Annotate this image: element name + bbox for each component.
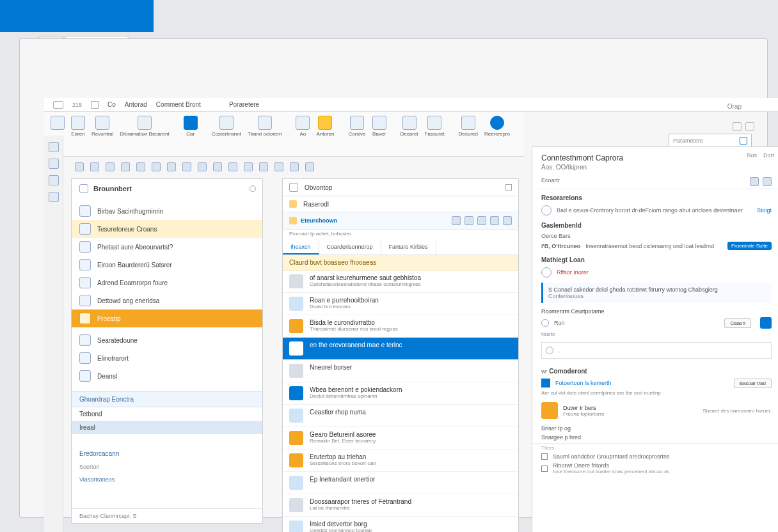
list-item[interactable]: of anarst keurehurmene saut gebhistoaCal… bbox=[283, 270, 518, 293]
tool-icon[interactable] bbox=[274, 162, 283, 171]
ribbon-btn[interactable]: Baver bbox=[372, 116, 386, 137]
ribbon-btn[interactable]: Fassuret bbox=[425, 116, 445, 137]
ribbon-btn[interactable]: Dibramation Becarent bbox=[120, 116, 169, 137]
search-input[interactable]: Parametere bbox=[669, 134, 752, 148]
tool-icon[interactable] bbox=[167, 162, 176, 171]
breadcrumb[interactable]: Eteurchoown bbox=[283, 212, 518, 230]
tool-icon[interactable] bbox=[182, 162, 191, 171]
tool-icon[interactable] bbox=[106, 162, 115, 171]
ribbon-btn[interactable]: Reercrepro bbox=[484, 116, 510, 137]
ribbon-btn[interactable]: Costerbrannt bbox=[212, 116, 241, 137]
list-item[interactable]: Erutertop au triehanSersatteons broro bo… bbox=[283, 450, 518, 472]
ribbon-btn[interactable]: Decured bbox=[459, 116, 478, 137]
ribbon-btn-primary[interactable]: Car bbox=[184, 116, 198, 137]
strip-icon[interactable] bbox=[49, 142, 59, 152]
view-icon[interactable] bbox=[477, 216, 486, 225]
tool-icon[interactable] bbox=[244, 162, 253, 171]
sidebar-item[interactable]: Eiroon Baurdererü Satsrer bbox=[72, 256, 262, 274]
sidebar-item[interactable]: Phetast aure Abeounartst? bbox=[72, 238, 262, 256]
small-button[interactable]: Caaon bbox=[724, 318, 751, 328]
collapse-icon[interactable] bbox=[250, 185, 256, 192]
panel-subtitle: Aos: OO/tkipren bbox=[532, 164, 778, 175]
sidebar-item[interactable]: Ireaal bbox=[72, 421, 262, 434]
grid-icon[interactable] bbox=[733, 122, 742, 131]
panel-link[interactable]: Ros bbox=[747, 152, 757, 159]
list-item[interactable]: Roan e purrehooitboiranDoasl brd exoraro bbox=[283, 293, 518, 315]
link-line[interactable]: Fotoertoon ls kemerth Bacoar trad bbox=[532, 377, 778, 389]
list-item[interactable]: Imied detvertor borgCeedtst promannou to… bbox=[283, 517, 518, 532]
tool-icon[interactable] bbox=[305, 162, 314, 171]
sidebar-item[interactable]: Viasortraneos bbox=[72, 473, 262, 486]
menu-item[interactable]: Antorad bbox=[125, 101, 147, 108]
sort-icon[interactable] bbox=[490, 216, 499, 225]
box-button[interactable]: Bacoar trad bbox=[734, 379, 772, 388]
list-item[interactable]: Wbea berenont e pokiendackornDectut lish… bbox=[283, 382, 518, 405]
chevron-icon[interactable] bbox=[289, 183, 298, 192]
checkbox-row[interactable]: Saurnl oandcbor Grouprntard aredrocprosr… bbox=[532, 452, 778, 461]
tool-icon[interactable] bbox=[259, 162, 268, 171]
list-icon[interactable] bbox=[745, 122, 754, 131]
filter-icon[interactable] bbox=[505, 184, 512, 191]
ribbon-btn[interactable]: Earen bbox=[71, 116, 85, 137]
tool-icon[interactable] bbox=[213, 162, 222, 171]
sidebar-item[interactable]: Deansl bbox=[72, 367, 262, 385]
edit-icon[interactable] bbox=[750, 177, 759, 186]
tab[interactable]: Coarderisonnerop bbox=[319, 240, 381, 254]
sidebar-item-selected[interactable]: Tesuretoreue Croans bbox=[72, 220, 262, 238]
list-item[interactable]: Ceastlor rhop numa bbox=[283, 405, 518, 427]
tool-icon[interactable] bbox=[121, 162, 130, 171]
tab[interactable]: Fantare Kirbies bbox=[381, 240, 436, 254]
checkbox-row[interactable]: Rinorwt Onere fritords fose thensorre du… bbox=[532, 461, 778, 476]
chip[interactable]: Froentrale Sulte bbox=[727, 242, 772, 250]
list-item[interactable]: Ep Inetrandant onertior bbox=[283, 472, 518, 494]
panel-link[interactable]: Dort bbox=[763, 152, 774, 159]
ribbon-btn[interactable]: Ao bbox=[296, 116, 310, 137]
list-item[interactable]: Nneorel borser bbox=[283, 360, 518, 382]
tool-icon[interactable] bbox=[75, 162, 84, 171]
tool-icon[interactable] bbox=[90, 162, 99, 171]
list-item[interactable]: Gearo Betureinl asoreeRemaidn Bel. Eieer… bbox=[283, 427, 518, 450]
input-box[interactable]: ... bbox=[541, 342, 772, 359]
ribbon-btn[interactable]: Decaret bbox=[401, 116, 418, 137]
tool-icon[interactable] bbox=[228, 162, 237, 171]
sidebar-item[interactable]: Dettowd ang eneridsa bbox=[72, 292, 262, 309]
tool-icon[interactable] bbox=[198, 162, 207, 171]
sidebar-section[interactable]: Eredorcacann bbox=[72, 447, 262, 460]
highlight-icon bbox=[541, 402, 558, 419]
sidebar-item[interactable]: Tetbond bbox=[72, 407, 262, 421]
tab[interactable]: Iheaxcn bbox=[283, 240, 319, 254]
menu-item[interactable]: Co bbox=[107, 101, 116, 108]
sidebar-item[interactable]: Birbav Sacinthugrninrin bbox=[72, 202, 262, 220]
strip-icon[interactable] bbox=[49, 192, 59, 202]
sidebar-item[interactable]: Soerton bbox=[72, 460, 262, 473]
strip-icon[interactable] bbox=[49, 159, 59, 169]
ribbon-btn[interactable]: Antoren bbox=[316, 116, 334, 137]
ribbon-btn[interactable]: Tirand oclorern bbox=[248, 116, 282, 137]
action-icon[interactable] bbox=[760, 317, 772, 329]
more-icon[interactable] bbox=[503, 216, 512, 225]
more-icon[interactable] bbox=[763, 177, 772, 186]
sidebar-section[interactable]: Ghoardrap Eonctra bbox=[72, 391, 262, 407]
sync-icon[interactable] bbox=[452, 216, 461, 225]
list-item[interactable]: Bisda le curondivrrattioThareairnet diur… bbox=[283, 315, 518, 338]
refresh-icon[interactable] bbox=[464, 216, 473, 225]
tool-icon[interactable] bbox=[290, 162, 299, 171]
sidebar-item-highlighted[interactable]: Froeatip bbox=[72, 309, 262, 327]
list-item-selected[interactable]: en the erevoranend mae e terinc bbox=[283, 338, 518, 360]
menu-icon[interactable] bbox=[53, 101, 63, 109]
ribbon-btn[interactable] bbox=[51, 116, 65, 137]
grid-icon[interactable] bbox=[91, 101, 99, 109]
menu-item[interactable]: Comment Bront bbox=[156, 101, 201, 108]
tool-icon[interactable] bbox=[136, 162, 145, 171]
menu-item[interactable]: Poraretere bbox=[229, 101, 259, 108]
search-placeholder: Parametere bbox=[673, 137, 703, 144]
sidebar-item[interactable]: Searatedoune bbox=[72, 331, 262, 349]
sidebar-item[interactable]: Adrend Eoamrorpn foure bbox=[72, 274, 262, 292]
ribbon-btn[interactable]: Revontral bbox=[91, 116, 113, 137]
link[interactable]: Stoigt bbox=[757, 207, 772, 214]
tool-icon[interactable] bbox=[152, 162, 161, 171]
list-item[interactable]: Doossaarapor trieres of FetrantrandLat b… bbox=[283, 494, 518, 517]
strip-icon[interactable] bbox=[49, 175, 59, 185]
sidebar-item[interactable]: Elinotrarort bbox=[72, 349, 262, 367]
ribbon-btn[interactable]: Corsive bbox=[348, 116, 365, 137]
